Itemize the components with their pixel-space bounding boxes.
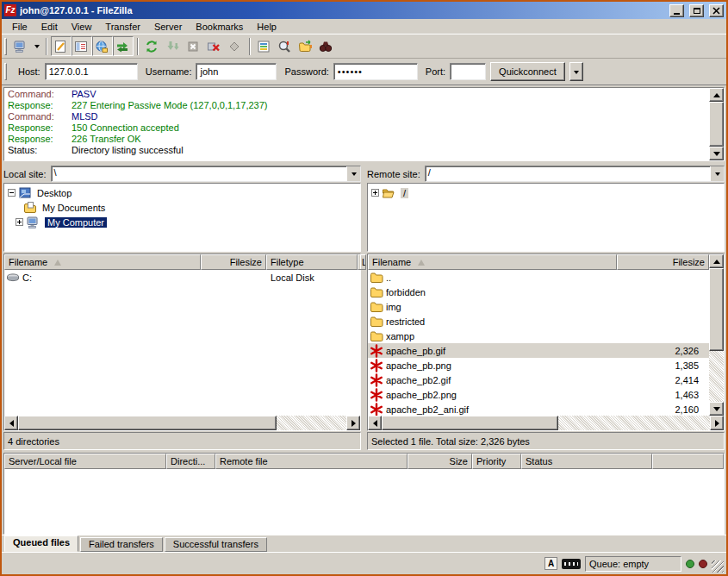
remote-file-row[interactable]: xampp xyxy=(368,329,709,343)
quickconnect-dropdown-button[interactable] xyxy=(569,62,583,81)
username-input[interactable]: john xyxy=(196,63,277,80)
tree-item-desktop[interactable]: Desktop xyxy=(5,185,359,200)
scroll-thumb[interactable] xyxy=(709,102,724,147)
remote-file-row[interactable]: apache_pb2_ani.gif2,160 xyxy=(368,402,709,416)
remote-file-row[interactable]: apache_pb.png1,385 xyxy=(368,358,709,373)
tab-failed-transfers[interactable]: Failed transfers xyxy=(80,537,163,552)
toggle-remote-view-button[interactable] xyxy=(92,36,113,56)
remote-file-row[interactable]: apache_pb2.gif2,414 xyxy=(368,373,709,387)
open-folder-icon xyxy=(382,186,395,200)
resize-grip[interactable] xyxy=(712,560,724,573)
site-manager-dropdown-button[interactable] xyxy=(31,36,42,56)
find-files-button[interactable] xyxy=(316,36,337,56)
remote-file-row[interactable]: restricted xyxy=(368,314,709,329)
scroll-up-button[interactable] xyxy=(709,88,724,102)
tree-item-root[interactable]: / xyxy=(369,185,723,200)
menu-file[interactable]: File xyxy=(5,21,34,33)
combo-dropdown-button[interactable] xyxy=(710,166,724,181)
column-filetype[interactable]: Filetype xyxy=(266,254,358,270)
menu-view[interactable]: View xyxy=(65,21,99,33)
menu-server[interactable]: Server xyxy=(147,21,189,33)
menu-edit[interactable]: Edit xyxy=(34,21,65,33)
tree-item-my-computer[interactable]: My Computer xyxy=(5,215,359,229)
reconnect-button[interactable] xyxy=(225,36,246,56)
pane-splitter[interactable] xyxy=(361,165,367,450)
expand-icon[interactable] xyxy=(16,218,23,226)
image-file-icon xyxy=(370,388,383,402)
menu-help[interactable]: Help xyxy=(250,21,283,33)
scroll-thumb[interactable] xyxy=(382,416,558,430)
close-button[interactable] xyxy=(709,4,724,17)
local-file-row[interactable]: C: Local Disk xyxy=(4,270,360,285)
scroll-left-button[interactable] xyxy=(4,416,18,430)
remote-horizontal-scrollbar[interactable] xyxy=(368,416,724,430)
column-priority[interactable]: Priority xyxy=(472,454,521,469)
remote-vertical-scrollbar[interactable] xyxy=(709,254,724,416)
maximize-button[interactable] xyxy=(689,4,704,17)
remote-file-row[interactable]: .. xyxy=(368,270,709,285)
column-size[interactable]: Size xyxy=(408,454,472,469)
column-status[interactable]: Status xyxy=(521,454,652,469)
scroll-thumb[interactable] xyxy=(709,268,724,351)
column-direction[interactable]: Directi... xyxy=(166,454,215,469)
expand-icon[interactable] xyxy=(371,189,379,197)
scroll-right-button[interactable] xyxy=(346,416,360,430)
remote-site-combo[interactable]: / xyxy=(425,166,725,182)
tree-item-my-documents[interactable]: My Documents xyxy=(5,200,359,215)
column-server-local-file[interactable]: Server/Local file xyxy=(4,454,166,469)
quickbar-gripper[interactable] xyxy=(4,63,7,80)
cancel-button[interactable] xyxy=(184,36,204,56)
scroll-down-button[interactable] xyxy=(709,147,724,160)
column-filesize[interactable]: Filesize xyxy=(201,254,266,270)
scroll-up-button[interactable] xyxy=(709,254,724,268)
scroll-thumb[interactable] xyxy=(18,416,277,430)
host-input[interactable]: 127.0.0.1 xyxy=(45,63,138,80)
column-filesize[interactable]: Filesize xyxy=(617,254,709,270)
status-bar: A Queue: empty xyxy=(2,552,726,574)
scroll-left-button[interactable] xyxy=(368,416,382,430)
compare-directories-button[interactable] xyxy=(275,36,296,56)
column-filename[interactable]: Filename xyxy=(368,254,617,270)
toggle-message-log-button[interactable] xyxy=(51,36,72,56)
password-input[interactable]: •••••• xyxy=(333,63,418,80)
toolbar-gripper[interactable] xyxy=(4,38,7,55)
file-size: 2,160 xyxy=(626,404,709,415)
refresh-button[interactable] xyxy=(142,36,163,56)
title-bar[interactable]: Fz john@127.0.0.1 - FileZilla xyxy=(2,2,726,19)
process-queue-button[interactable] xyxy=(163,36,184,56)
menu-bookmarks[interactable]: Bookmarks xyxy=(189,21,250,33)
tab-successful-transfers[interactable]: Successful transfers xyxy=(165,537,267,552)
disconnect-button[interactable] xyxy=(204,36,225,56)
combo-dropdown-button[interactable] xyxy=(346,166,360,181)
log-line: Response:150 Connection accepted xyxy=(8,122,709,134)
remote-file-row[interactable]: img xyxy=(368,299,709,314)
scroll-right-button[interactable] xyxy=(710,416,724,430)
menu-transfer[interactable]: Transfer xyxy=(98,21,147,33)
remote-file-row[interactable]: apache_pb2.png1,463 xyxy=(368,387,709,402)
compare-icon xyxy=(277,40,291,53)
remote-file-row-selected[interactable]: apache_pb.gif2,326 xyxy=(368,343,709,358)
tab-queued-files[interactable]: Queued files xyxy=(4,535,78,552)
disconnect-icon xyxy=(207,40,221,53)
column-remote-file[interactable]: Remote file xyxy=(215,454,408,469)
local-site-combo[interactable]: \ xyxy=(51,166,361,182)
remote-list-header: Filename Filesize xyxy=(368,254,709,270)
image-file-icon xyxy=(370,344,383,358)
toggle-tree-views-button[interactable] xyxy=(72,36,92,56)
scroll-down-button[interactable] xyxy=(709,402,724,416)
column-filename[interactable]: Filename xyxy=(4,254,201,270)
log-scrollbar[interactable] xyxy=(709,88,724,160)
toolbar-separator xyxy=(46,38,47,55)
remote-file-row[interactable]: forbidden xyxy=(368,285,709,299)
synchronized-browsing-button[interactable] xyxy=(296,36,316,56)
toggle-queue-view-button[interactable] xyxy=(113,36,134,56)
local-horizontal-scrollbar[interactable] xyxy=(4,416,360,430)
collapse-icon[interactable] xyxy=(8,189,16,197)
port-input[interactable] xyxy=(450,63,486,80)
minimize-button[interactable] xyxy=(669,4,684,17)
queue-body[interactable] xyxy=(4,469,724,534)
filter-button[interactable] xyxy=(254,36,275,56)
quickconnect-button[interactable]: Quickconnect xyxy=(490,62,565,81)
remote-site-bar: Remote site: / xyxy=(367,165,725,183)
site-manager-button[interactable] xyxy=(10,36,31,56)
